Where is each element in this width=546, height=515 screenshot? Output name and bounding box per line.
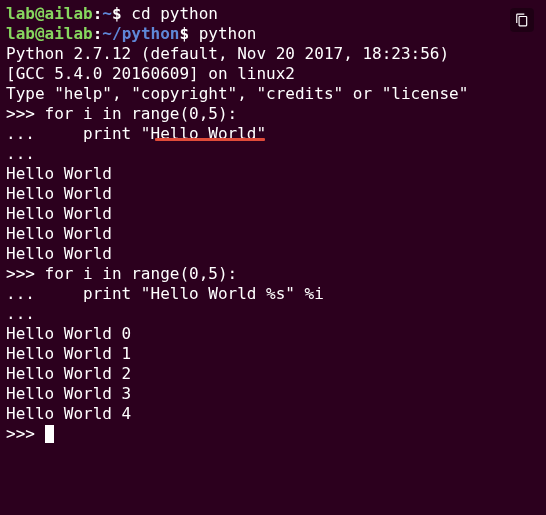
colon: :: [93, 24, 103, 43]
host: ailab: [45, 24, 93, 43]
repl-cont: ...: [6, 284, 83, 303]
at: @: [35, 24, 45, 43]
output-line: Hello World 0: [6, 324, 540, 344]
at: @: [35, 4, 45, 23]
repl-code: for i in range(0,5):: [45, 264, 238, 283]
shell-line-2: lab@ailab:~/python$ python: [6, 24, 540, 44]
host: ailab: [45, 4, 93, 23]
command: cd python: [131, 4, 218, 23]
output-line: Hello World: [6, 224, 540, 244]
repl-prompt-waiting[interactable]: >>>: [6, 424, 540, 444]
output-line: Hello World 3: [6, 384, 540, 404]
python-banner-2: [GCC 5.4.0 20160609] on linux2: [6, 64, 540, 84]
python-banner-3: Type "help", "copyright", "credits" or "…: [6, 84, 540, 104]
path: ~: [102, 4, 112, 23]
user: lab: [6, 4, 35, 23]
repl-input-2a: >>> for i in range(0,5):: [6, 264, 540, 284]
copy-icon[interactable]: [510, 8, 534, 32]
repl-prompt: >>>: [6, 104, 45, 123]
output-line: Hello World: [6, 204, 540, 224]
repl-prompt: >>>: [6, 264, 45, 283]
python-banner-1: Python 2.7.12 (default, Nov 20 2017, 18:…: [6, 44, 540, 64]
repl-input-2c: ...: [6, 304, 540, 324]
output-line: Hello World 2: [6, 364, 540, 384]
path: ~/python: [102, 24, 179, 43]
output-line: Hello World 4: [6, 404, 540, 424]
user: lab: [6, 24, 35, 43]
repl-prompt: >>>: [6, 424, 45, 443]
output-line: Hello World: [6, 244, 540, 264]
dollar: $: [179, 24, 198, 43]
repl-input-1c: ...: [6, 144, 540, 164]
repl-code: print "Hello World %s" %i: [83, 284, 324, 303]
repl-cont: ...: [6, 124, 83, 143]
repl-input-1b: ... print "Hello World": [6, 124, 540, 144]
cursor-icon: [45, 425, 54, 443]
shell-line-1: lab@ailab:~$ cd python: [6, 4, 540, 24]
command: python: [199, 24, 257, 43]
output-line: Hello World 1: [6, 344, 540, 364]
colon: :: [93, 4, 103, 23]
repl-code: for i in range(0,5):: [45, 104, 238, 123]
output-line: Hello World: [6, 164, 540, 184]
annotation-underline: [155, 138, 265, 141]
dollar: $: [112, 4, 131, 23]
repl-input-2b: ... print "Hello World %s" %i: [6, 284, 540, 304]
output-line: Hello World: [6, 184, 540, 204]
repl-input-1a: >>> for i in range(0,5):: [6, 104, 540, 124]
